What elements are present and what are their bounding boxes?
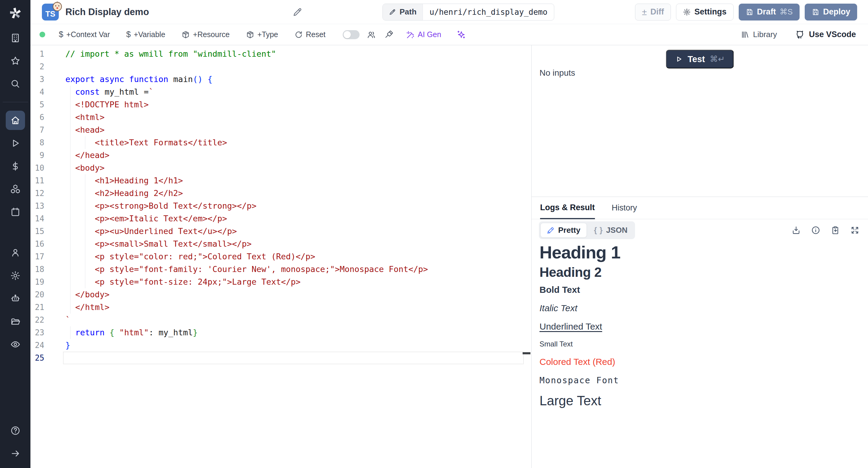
code-line-7[interactable]: 7 <head> [30, 124, 531, 136]
code-line-9[interactable]: 9 </head> [30, 149, 531, 162]
code-text: ` [65, 314, 70, 326]
ai-sparkles-button[interactable] [457, 30, 466, 39]
use-vscode-button[interactable]: Use VScode [795, 30, 856, 39]
edit-summary-button[interactable] [292, 7, 303, 17]
library-button[interactable]: Library [741, 30, 777, 39]
user-icon [10, 247, 21, 258]
code-text: } [65, 339, 70, 352]
script-emoji-icon [52, 1, 63, 12]
draft-button[interactable]: Draft ⌘S [739, 4, 800, 21]
sidebar-item-arrow-right[interactable] [6, 442, 25, 465]
diff-button[interactable]: ± Diff [635, 4, 671, 21]
search-icon [10, 79, 21, 89]
save-icon [812, 8, 819, 16]
code-text: const my_html =` [65, 86, 154, 98]
code-line-12[interactable]: 12 <h2>Heading 2</h2> [30, 187, 531, 200]
code-line-8[interactable]: 8 <title>Text Formats</title> [30, 136, 531, 149]
line-number: 21 [30, 301, 44, 314]
code-line-5[interactable]: 5 <!DOCTYPE html> [30, 98, 531, 111]
format-code-button[interactable] [384, 30, 393, 39]
sidebar-item-gear[interactable] [6, 264, 25, 287]
reset-button[interactable]: Reset [290, 30, 330, 39]
view-mode-pretty[interactable]: Pretty [540, 223, 587, 238]
current-line-highlight [63, 352, 524, 364]
pretty-label: Pretty [558, 226, 581, 235]
deploy-button[interactable]: Deploy [805, 4, 857, 21]
result-text-bold: Bold Text [539, 285, 860, 295]
add-context-var-button[interactable]: $ +Context Var [54, 30, 115, 39]
expand-icon[interactable] [850, 226, 860, 235]
calendar-icon [10, 207, 21, 217]
code-editor[interactable]: 1// import * as wmill from "windmill-cli… [30, 45, 532, 468]
view-mode-json[interactable]: { } JSON [588, 223, 633, 238]
help-icon [10, 426, 21, 436]
code-line-14[interactable]: 14 <p><em>Italic Text</em></p> [30, 212, 531, 225]
tab-logs-result[interactable]: Logs & Result [540, 197, 595, 219]
download-icon[interactable] [792, 226, 801, 235]
paintbrush-icon [384, 30, 393, 39]
sidebar-item-help[interactable] [6, 419, 25, 442]
code-line-19[interactable]: 19 <p style="font-size: 24px;">Large Tex… [30, 275, 531, 288]
sidebar-item-star[interactable] [6, 50, 25, 72]
code-line-22[interactable]: 22` [30, 314, 531, 326]
collaborators-button[interactable] [367, 30, 376, 39]
add-variable-button[interactable]: $ +Variable [122, 30, 170, 39]
code-line-3[interactable]: 3export async function main() { [30, 73, 531, 86]
sidebar-item-eye[interactable] [6, 333, 25, 356]
info-icon[interactable] [811, 226, 820, 235]
settings-button[interactable]: Settings [676, 4, 734, 21]
settings-label: Settings [694, 7, 727, 17]
tab-history[interactable]: History [612, 197, 637, 219]
package-icon [246, 30, 254, 39]
code-line-20[interactable]: 20 </body> [30, 288, 531, 301]
building-icon [10, 33, 21, 43]
line-number: 2 [30, 60, 44, 73]
path-value: u/henri/rich_display_demo [423, 4, 554, 20]
gear-icon [683, 8, 691, 16]
code-line-23[interactable]: 23 return { "html": my_html} [30, 326, 531, 339]
page-title: Rich Display demo [65, 7, 149, 18]
multiplayer-toggle[interactable] [343, 30, 360, 39]
code-text: </html> [65, 301, 110, 314]
add-resource-button[interactable]: +Resource [177, 30, 234, 39]
path-field[interactable]: Path u/henri/rich_display_demo [382, 4, 555, 21]
braces-icon: { } [594, 226, 603, 235]
sidebar-item-search[interactable] [6, 72, 25, 95]
code-line-18[interactable]: 18 <p style="font-family: 'Courier New',… [30, 263, 531, 275]
code-line-16[interactable]: 16 <p><small>Small Text</small></p> [30, 238, 531, 250]
code-line-24[interactable]: 24} [30, 339, 531, 352]
code-line-2[interactable]: 2 [30, 60, 531, 73]
code-text: <head> [65, 124, 104, 136]
add-variable-label: +Variable [134, 30, 165, 39]
test-button[interactable]: Test ⌘↵ [666, 50, 734, 68]
add-type-button[interactable]: +Type [241, 30, 283, 39]
sidebar-item-boxes[interactable] [6, 178, 25, 201]
sidebar-item-user[interactable] [6, 241, 25, 264]
code-line-10[interactable]: 10 <body> [30, 162, 531, 174]
code-line-21[interactable]: 21 </html> [30, 301, 531, 314]
test-label: Test [687, 54, 705, 64]
code-line-6[interactable]: 6 <html> [30, 111, 531, 124]
sidebar-item-calendar[interactable] [6, 201, 25, 224]
sidebar-item-dollar[interactable] [6, 155, 25, 178]
code-line-17[interactable]: 17 <p style="color: red;">Colored Text (… [30, 250, 531, 263]
star-icon [10, 56, 21, 66]
ai-gen-button[interactable]: AI Gen [402, 30, 446, 39]
sidebar-item-home[interactable] [6, 111, 25, 130]
windmill-logo[interactable] [0, 0, 30, 27]
code-line-1[interactable]: 1// import * as wmill from "windmill-cli… [30, 48, 531, 60]
wand-icon [406, 30, 415, 39]
sidebar-item-play[interactable] [6, 132, 25, 155]
sidebar-item-building[interactable] [6, 27, 25, 50]
code-line-11[interactable]: 11 <h1>Heading 1</h1> [30, 174, 531, 187]
code-line-15[interactable]: 15 <p><u>Underlined Text</u></p> [30, 225, 531, 238]
path-label: Path [400, 7, 416, 17]
code-text: <p><em>Italic Text</em></p> [65, 212, 227, 225]
overview-ruler-cursor [523, 352, 530, 354]
code-line-13[interactable]: 13 <p><strong>Bold Text</strong></p> [30, 200, 531, 212]
sidebar-item-folder[interactable] [6, 310, 25, 333]
sidebar-item-robot[interactable] [6, 287, 25, 310]
code-line-4[interactable]: 4 const my_html =` [30, 86, 531, 98]
result-text-small: Small Text [539, 340, 860, 348]
copy-clipboard-icon[interactable] [831, 226, 840, 235]
